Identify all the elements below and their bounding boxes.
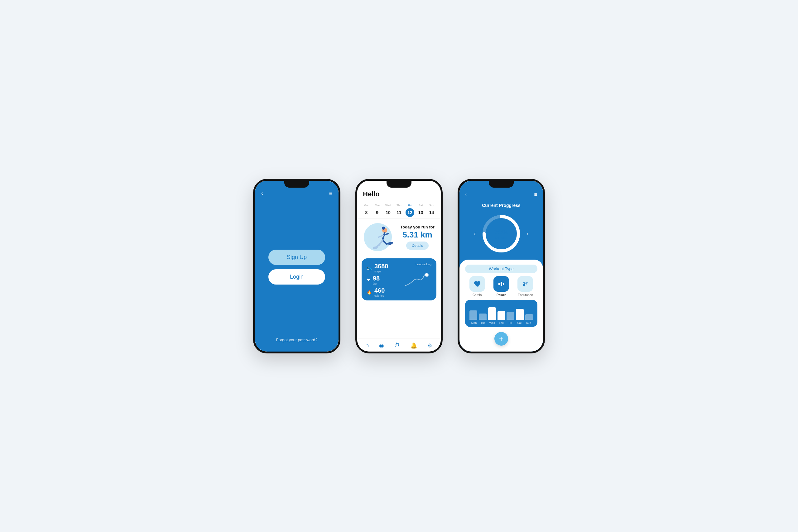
bar-day-tue: Tue xyxy=(478,321,488,324)
nav-timer-icon[interactable]: ⏱ xyxy=(394,342,400,349)
steps-value: 3680 xyxy=(374,263,388,270)
stats-card: 👟 3680 steps ❤ 98 bpm xyxy=(362,258,436,301)
run-info: Today you run for 5.31 km Details xyxy=(399,224,436,250)
bpm-stat: ❤ 98 bpm xyxy=(366,275,398,285)
cardio-icon-box xyxy=(470,276,485,292)
bar-day-sat: Sat xyxy=(515,321,524,324)
progress-circle-area: ‹ 75% Complete › xyxy=(459,210,543,257)
fab-row: + xyxy=(465,330,537,347)
cardio-label: Cardio xyxy=(473,293,481,297)
svg-point-2 xyxy=(382,227,385,230)
progress-circle: 75% Complete xyxy=(481,213,521,254)
back-icon-1[interactable]: ‹ xyxy=(261,190,263,197)
svg-point-12 xyxy=(425,273,428,277)
greeting-text: Hello xyxy=(363,190,380,198)
phone-progress: ‹ ≡ Current Proggress ‹ 75% xyxy=(458,179,545,354)
svg-rect-15 xyxy=(498,283,500,285)
phone-login: ‹ ≡ Sign Up Login Forgot your password? xyxy=(253,179,340,354)
svg-rect-17 xyxy=(503,283,504,285)
svg-rect-19 xyxy=(502,284,503,284)
cal-stat: 🔥 460 calories xyxy=(366,287,398,297)
heart-icon: ❤ xyxy=(366,278,370,282)
forgot-password-link[interactable]: Forgot your password? xyxy=(276,338,318,342)
back-icon-3[interactable]: ‹ xyxy=(465,191,467,198)
cal-day-sun[interactable]: Sun 14 xyxy=(427,204,436,217)
login-button[interactable]: Login xyxy=(268,269,325,285)
run-distance: 5.31 km xyxy=(399,230,436,240)
phone-dashboard: Hello Mon 8 Tue 9 Wed 10 xyxy=(355,179,443,354)
workout-icons-row: Cardio xyxy=(465,276,537,297)
cal-day-fri[interactable]: Fri 12 xyxy=(405,204,414,217)
fire-icon: 🔥 xyxy=(366,289,372,294)
workout-cardio[interactable]: Cardio xyxy=(470,276,485,297)
bar-sat xyxy=(516,309,524,320)
steps-stat: 👟 3680 steps xyxy=(366,263,398,273)
bar-chart-card: Mon Tue Wed Thu Fri Sat Sun xyxy=(465,300,537,327)
topbar-1: ‹ ≡ xyxy=(261,186,332,197)
menu-icon-3[interactable]: ≡ xyxy=(534,191,537,198)
live-label: Live tracking xyxy=(416,263,432,266)
cal-unit: calories xyxy=(374,294,385,297)
run-label: Today you run for xyxy=(399,224,436,230)
bar-day-thu: Thu xyxy=(497,321,506,324)
notch-2 xyxy=(386,181,412,188)
bottom-nav: ⌂ ◉ ⏱ 🔔 ⚙ xyxy=(357,338,441,352)
bpm-value: 98 xyxy=(373,275,380,282)
run-section: Today you run for 5.31 km Details xyxy=(357,218,441,256)
cal-value: 460 xyxy=(374,287,385,294)
progress-percent: 75% xyxy=(494,228,508,236)
calendar-strip: Mon 8 Tue 9 Wed 10 Thu 11 xyxy=(357,201,441,218)
runner-illustration xyxy=(362,222,397,253)
bar-chart-bars xyxy=(470,304,533,320)
notch-3 xyxy=(489,181,514,188)
cal-day-sat[interactable]: Sat 13 xyxy=(416,204,425,217)
nav-profile-icon[interactable]: ◉ xyxy=(379,342,384,349)
cal-day-thu[interactable]: Thu 11 xyxy=(395,204,403,217)
menu-icon-1[interactable]: ≡ xyxy=(329,190,332,197)
login-buttons: Sign Up Login xyxy=(268,250,325,285)
scene: ‹ ≡ Sign Up Login Forgot your password? … xyxy=(241,160,557,372)
progress-complete-label: Complete xyxy=(494,236,508,239)
bar-tue xyxy=(479,314,487,320)
steps-unit: steps xyxy=(374,270,388,273)
bar-day-sun: Sun xyxy=(524,321,533,324)
workout-endurance[interactable]: Endurance xyxy=(517,276,533,297)
bar-thu xyxy=(497,311,505,320)
nav-bell-icon[interactable]: 🔔 xyxy=(410,342,417,349)
bar-mon xyxy=(470,310,477,320)
power-label: Power xyxy=(497,293,506,297)
details-button[interactable]: Details xyxy=(406,242,429,250)
svg-rect-18 xyxy=(500,284,501,284)
endurance-label: Endurance xyxy=(518,293,533,297)
bar-day-fri: Fri xyxy=(506,321,515,324)
next-chevron[interactable]: › xyxy=(527,230,529,237)
svg-point-20 xyxy=(524,282,525,283)
bar-fri xyxy=(507,312,514,320)
bar-sun xyxy=(525,314,533,320)
nav-settings-icon[interactable]: ⚙ xyxy=(428,342,432,349)
progress-card: Workout Type Cardio xyxy=(459,260,543,352)
signup-button[interactable]: Sign Up xyxy=(268,250,325,265)
bar-days: Mon Tue Wed Thu Fri Sat Sun xyxy=(470,321,533,324)
add-fab[interactable]: + xyxy=(494,332,508,346)
power-icon-box xyxy=(493,276,509,292)
cal-day-wed[interactable]: Wed 10 xyxy=(384,204,393,217)
svg-rect-16 xyxy=(501,282,502,286)
notch-1 xyxy=(284,181,309,188)
workout-type-label: Workout Type xyxy=(465,265,537,273)
prev-chevron[interactable]: ‹ xyxy=(474,230,476,237)
bar-day-mon: Mon xyxy=(470,321,478,324)
bar-day-wed: Wed xyxy=(488,321,497,324)
bar-wed xyxy=(488,307,496,320)
stats-left: 👟 3680 steps ❤ 98 bpm xyxy=(366,263,398,297)
live-tracking: Live tracking xyxy=(400,263,432,297)
bpm-unit: bpm xyxy=(373,282,380,285)
cal-day-mon[interactable]: Mon 8 xyxy=(362,204,370,217)
steps-icon: 👟 xyxy=(366,265,372,270)
cal-day-tue[interactable]: Tue 9 xyxy=(373,204,382,217)
nav-home-icon[interactable]: ⌂ xyxy=(366,342,369,349)
workout-power[interactable]: Power xyxy=(493,276,509,297)
progress-title: Current Proggress xyxy=(459,198,543,210)
endurance-icon-box xyxy=(517,276,533,292)
